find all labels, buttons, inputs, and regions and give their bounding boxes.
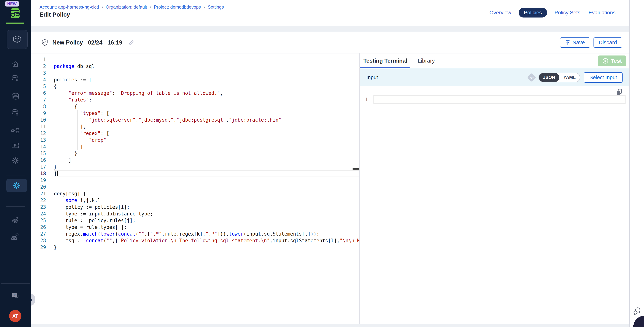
copy-icon[interactable] (616, 89, 622, 96)
input-label: Input (366, 74, 378, 80)
indent-guide (57, 90, 58, 96)
breadcrumb-separator: › (102, 4, 103, 10)
support-chat-icon[interactable] (633, 306, 642, 316)
line-number: 10 (31, 117, 46, 123)
indent-guide (57, 110, 58, 117)
select-input-button[interactable]: Select Input (584, 72, 622, 83)
text-cursor (57, 171, 58, 176)
line-number: 7 (31, 96, 46, 103)
save-button[interactable]: Save (560, 37, 590, 48)
line-number: 15 (31, 150, 46, 157)
code-editor[interactable]: 12package db_sql34policies := [5{6 "erro… (31, 53, 360, 324)
breadcrumb-separator: › (204, 4, 205, 10)
input-active-line[interactable] (374, 95, 626, 104)
line-number: 23 (31, 204, 46, 210)
sidebar-item-project-settings-active[interactable] (6, 179, 27, 192)
code-line: 10 "jdbc:sqlserver","jdbc:mysql","jdbc:p… (31, 117, 359, 123)
breadcrumb-link[interactable]: Organization: default (106, 4, 147, 10)
indent-guide (57, 237, 58, 244)
sidebar-item-org-settings[interactable] (10, 232, 20, 242)
indent-guide (77, 137, 78, 143)
indent-guide (84, 137, 84, 143)
tab-policies[interactable]: Policies (518, 8, 547, 17)
tab-evaluations[interactable]: Evaluations (588, 8, 616, 17)
line-number: 11 (31, 123, 46, 130)
overview-ruler-cursor-marker (352, 168, 359, 170)
sidebar-item-db-instances[interactable] (10, 73, 20, 84)
sidebar-item-module-selector[interactable] (7, 30, 28, 49)
breadcrumb-link[interactable]: Account: app-harness-ng-cicd (40, 4, 99, 10)
policy-titlebar: New Policy - 02/24 - 16:19 Save Discard (31, 32, 629, 53)
indent-guide (57, 103, 58, 110)
sidebar-item-pipelines[interactable] (10, 126, 20, 136)
code-line: 22 some i,j,k,l (31, 197, 359, 204)
sidebar-item-default-settings[interactable] (10, 215, 20, 225)
policy-nav-tabs: Overview Policies Policy Sets Evaluation… (489, 8, 616, 17)
upload-arrow-icon (565, 40, 570, 45)
page-header: Account: app-harness-ng-cicd›Organizatio… (31, 0, 629, 26)
code-line: 14 ] (31, 143, 359, 150)
indent-guide (57, 143, 58, 150)
edit-name-pencil-icon[interactable] (128, 40, 134, 46)
test-input-editor[interactable]: 1 (360, 86, 629, 324)
breadcrumb-separator: › (150, 4, 151, 10)
tab-policy-sets[interactable]: Policy Sets (554, 8, 581, 17)
code-view-icon[interactable]: </> (527, 73, 536, 82)
input-bar: Input </> JSON YAML Select Input (360, 68, 629, 86)
code-line: 26 type = rule.types[_]; (31, 224, 359, 231)
tab-overview[interactable]: Overview (489, 8, 512, 17)
indent-guide (57, 210, 58, 217)
tab-library[interactable]: Library (418, 57, 435, 64)
breadcrumb-link[interactable]: Project: demodbdevops (154, 4, 201, 10)
indent-guide (70, 137, 71, 143)
db-devops-logo-icon[interactable] (8, 6, 22, 19)
indent-guide (77, 110, 78, 117)
indent-guide (70, 130, 71, 137)
svg-text:?: ? (14, 293, 16, 297)
code-line: 16 ] (31, 157, 359, 163)
tab-testing-terminal[interactable]: Testing Terminal (363, 57, 407, 64)
indent-guide (70, 123, 71, 130)
sidebar-item-executions[interactable] (10, 140, 20, 151)
test-button[interactable]: Test (598, 55, 626, 66)
line-number: 20 (31, 184, 46, 190)
indent-guide (77, 143, 78, 150)
breadcrumb-link[interactable]: Settings (208, 4, 224, 10)
discard-label: Discard (599, 39, 617, 46)
new-badge: NEW (5, 1, 19, 6)
toggle-json[interactable]: JSON (539, 73, 559, 82)
code-line: 23 policy := policies[i]; (31, 204, 359, 210)
policy-name: New Policy - 02/24 - 16:19 (52, 39, 122, 46)
help-chat-icon[interactable]: ? (10, 291, 20, 301)
indent-guide (57, 150, 58, 157)
testing-panel-tabs: Testing Terminal Library Test (360, 53, 629, 68)
indent-guide (57, 96, 58, 103)
code-line: 28 msg := concat("",["Policy violation:\… (31, 237, 359, 244)
sidebar-item-home[interactable] (10, 59, 20, 69)
code-line: 20 (31, 184, 359, 190)
line-number: 4 (31, 76, 46, 83)
sidebar-item-settings-gear[interactable] (10, 155, 20, 166)
line-number: 13 (31, 137, 46, 143)
code-line: 24 type := input.dbInstance.type; (31, 210, 359, 217)
indent-guide (70, 143, 71, 150)
resource-center-blob[interactable] (633, 316, 644, 327)
input-line-number: 1 (360, 95, 374, 104)
line-number: 5 (31, 83, 46, 90)
edit-policy-card: New Policy - 02/24 - 16:19 Save Discard … (31, 32, 629, 324)
indent-guide (57, 123, 58, 130)
line-number: 25 (31, 217, 46, 224)
test-label: Test (611, 58, 622, 64)
sidebar-item-databases[interactable] (10, 91, 20, 102)
code-line: 21deny[msg] { (31, 190, 359, 197)
line-number: 27 (31, 231, 46, 237)
line-number: 6 (31, 90, 46, 96)
discard-button[interactable]: Discard (594, 37, 622, 48)
sidebar-item-db-schemas[interactable] (10, 107, 20, 118)
code-line: 15 } (31, 150, 359, 157)
toggle-yaml[interactable]: YAML (559, 73, 580, 82)
user-avatar[interactable]: AT (9, 310, 22, 322)
logo-underline (6, 22, 24, 24)
indent-guide (84, 117, 84, 123)
right-rail (629, 0, 644, 327)
